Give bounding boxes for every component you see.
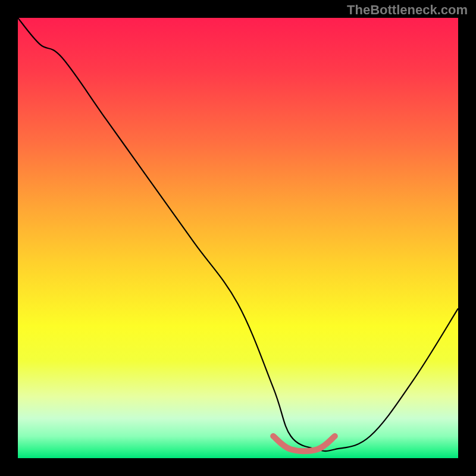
chart-svg [18,18,458,458]
optimal-range-highlight [273,436,335,451]
watermark-text: TheBottleneck.com [347,2,468,18]
chart-plot-area [18,18,458,458]
bottleneck-curve-line [18,18,458,451]
